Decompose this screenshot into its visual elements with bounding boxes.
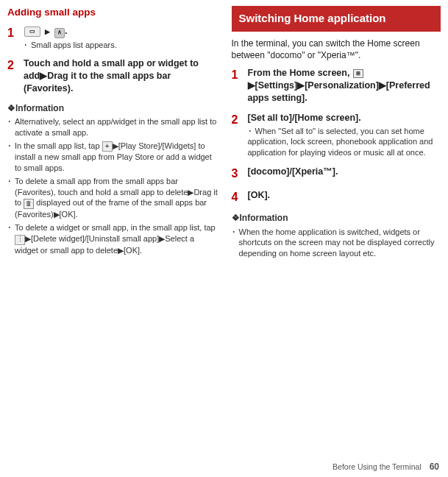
information-heading: ❖Information (232, 212, 441, 224)
step-number: 1 (7, 25, 24, 50)
list-text: Alternatively, select an app/widget in t… (15, 116, 218, 138)
information-list: ･Alternatively, select an app/widget in … (7, 116, 218, 255)
list-text: To delete a small app from the small app… (15, 176, 218, 221)
page-number: 60 (430, 462, 439, 472)
period: . (65, 26, 67, 36)
intro-text: In the terminal, you can switch the Home… (232, 38, 441, 61)
list-item: ･To delete a small app from the small ap… (7, 176, 218, 221)
step-body: From the Home screen, ⊞▶[Settings]▶[Pers… (248, 67, 441, 105)
text-part: ▶[Settings]▶[Personalization]▶[Preferred… (248, 80, 430, 103)
step-sub-text: Small apps list appears. (31, 40, 117, 49)
list-item: ･Alternatively, select an app/widget in … (7, 116, 218, 138)
step-body: [Set all to]/[Home screen]. ･When "Set a… (248, 112, 441, 158)
footer-text: Before Using the Terminal (333, 462, 422, 471)
step-text: From the Home screen, ⊞▶[Settings]▶[Pers… (248, 67, 441, 105)
information-heading: ❖Information (7, 102, 218, 114)
bullet-dot: ･ (7, 116, 15, 138)
step-text: [Set all to]/[Home screen]. (248, 112, 441, 124)
text-part: ▶[Delete widget]/[Uninstall small app]▶S… (15, 234, 194, 255)
step-number: 3 (232, 166, 248, 182)
text-part: To delete a widget or small app, in the … (15, 223, 216, 232)
step-text: [OK]. (248, 189, 441, 202)
bullet-dot: ･ (24, 40, 31, 51)
list-item: ･In the small app list, tap +▶[Play Stor… (7, 141, 218, 174)
list-item: ･To delete a widget or small app, in the… (7, 222, 218, 255)
step-2: 2 [Set all to]/[Home screen]. ･When "Set… (232, 112, 441, 158)
list-text: To delete a widget or small app, in the … (15, 222, 218, 255)
trash-icon: 🗑 (24, 199, 34, 209)
step-text: Touch and hold a small app or widget to … (24, 57, 218, 95)
information-list: ･When the home application is switched, … (232, 227, 441, 260)
bullet-dot: ･ (7, 176, 15, 221)
right-column: Switching Home application In the termin… (224, 0, 449, 477)
step-1: 1 ▭ ▶ ∧. ･Small apps list appears. (7, 25, 218, 50)
apps-grid-icon: ⊞ (353, 69, 363, 78)
page-footer: Before Using the Terminal 60 (333, 461, 439, 473)
step-body: ▭ ▶ ∧. ･Small apps list appears. (24, 25, 218, 50)
section-header-box: Switching Home application (232, 6, 441, 32)
list-item: ･When the home application is switched, … (232, 227, 441, 260)
step-sub-text: When "Set all to" is selected, you can s… (248, 127, 433, 158)
step-number: 2 (232, 112, 248, 158)
step-3: 3 [docomo]/[Xperia™]. (232, 166, 441, 182)
step-text: ▭ ▶ ∧. (24, 25, 218, 38)
list-text: When the home application is switched, w… (239, 227, 441, 260)
plus-icon: + (102, 141, 113, 152)
step-body: Touch and hold a small app or widget to … (24, 57, 218, 95)
step-sub: ･When "Set all to" is selected, you can … (248, 126, 441, 159)
bullet-dot: ･ (7, 222, 15, 255)
step-body: [docomo]/[Xperia™]. (248, 166, 441, 182)
step-text: [docomo]/[Xperia™]. (248, 166, 441, 178)
step-1: 1 From the Home screen, ⊞▶[Settings]▶[Pe… (232, 67, 441, 105)
chevron-up-icon: ∧ (54, 28, 65, 38)
left-column: Adding small apps 1 ▭ ▶ ∧. ･Small apps l… (0, 0, 224, 477)
bullet-dot: ･ (232, 227, 239, 260)
step-number: 4 (232, 189, 248, 205)
recent-apps-icon: ▭ (24, 26, 40, 37)
text-part: In the small app list, tap (15, 141, 102, 150)
step-4: 4 [OK]. (232, 189, 441, 205)
step-list: 1 ▭ ▶ ∧. ･Small apps list appears. 2 Tou… (7, 25, 218, 95)
step-list: 1 From the Home screen, ⊞▶[Settings]▶[Pe… (232, 67, 441, 205)
text-part: displayed out of the frame of the small … (15, 198, 207, 219)
text-part: From the Home screen, (248, 68, 352, 78)
step-body: [OK]. (248, 189, 441, 205)
bullet-dot: ･ (248, 126, 255, 137)
step-number: 1 (232, 67, 248, 105)
bullet-dot: ･ (7, 141, 15, 174)
step-number: 2 (7, 57, 24, 95)
step-sub: ･Small apps list appears. (24, 40, 218, 51)
list-text: In the small app list, tap +▶[Play Store… (15, 141, 218, 174)
section-title: Adding small apps (7, 6, 218, 19)
menu-dots-icon: ⋮ (15, 235, 25, 245)
step-2: 2 Touch and hold a small app or widget t… (7, 57, 218, 95)
page-container: Adding small apps 1 ▭ ▶ ∧. ･Small apps l… (0, 0, 448, 477)
triangle-icon: ▶ (45, 27, 50, 36)
